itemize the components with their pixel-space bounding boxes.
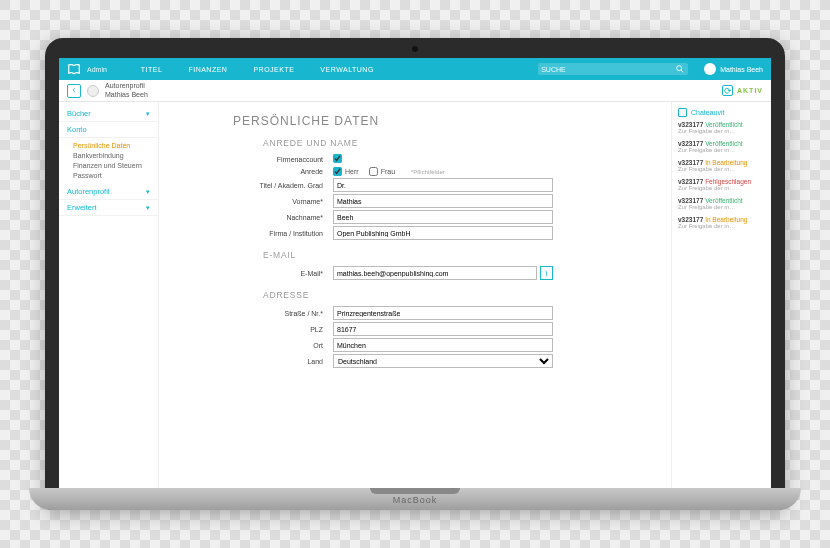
sidebar-section-konto[interactable]: Konto (59, 122, 158, 138)
nav-titel[interactable]: TITEL (141, 66, 163, 73)
checkbox-firmenaccount[interactable] (333, 154, 342, 163)
chevron-down-icon: ▾ (146, 204, 150, 212)
sidebar-item-passwort[interactable]: Passwort (73, 170, 158, 180)
label-ort: Ort (173, 342, 333, 349)
avatar (704, 63, 716, 75)
main-content: PERSÖNLICHE DATEN ANREDE UND NAME Firmen… (159, 102, 671, 488)
square-icon (678, 108, 687, 117)
breadcrumb: Autorenprofil Mathias Beeh (105, 82, 148, 99)
activity-title: Chateauvit (691, 109, 724, 116)
input-firma[interactable] (333, 226, 553, 240)
input-vorname[interactable] (333, 194, 553, 208)
section-adresse: ADRESSE (263, 290, 657, 300)
input-email[interactable] (333, 266, 537, 280)
sidebar-item-finanzen-steuern[interactable]: Finanzen und Steuern (73, 160, 158, 170)
sidebar-label-buecher: Bücher (67, 109, 91, 118)
back-button[interactable]: ‹ (67, 84, 81, 98)
brand-label: Admin (87, 66, 107, 73)
breadcrumb-line1: Autorenprofil (105, 82, 148, 90)
sidebar-section-buecher[interactable]: Bücher ▾ (59, 106, 158, 122)
user-name: Mathias Beeh (720, 66, 763, 73)
activity-item[interactable]: v323177 VeröffentlichtZur Freigabe der m… (678, 121, 765, 134)
activity-item[interactable]: v323177 VeröffentlichtZur Freigabe der m… (678, 140, 765, 153)
status-badge: AKTIV (737, 87, 763, 94)
sidebar-item-persoenliche-daten[interactable]: Persönliche Daten (73, 140, 158, 150)
chevron-down-icon: ▾ (146, 110, 150, 118)
section-email: E-MAIL (263, 250, 657, 260)
activity-header[interactable]: Chateauvit (678, 108, 765, 117)
book-icon (67, 62, 81, 76)
label-nachname: Nachname* (173, 214, 333, 221)
label-land: Land (173, 358, 333, 365)
sidebar-label-konto: Konto (67, 125, 87, 134)
checkbox-frau[interactable] (369, 167, 378, 176)
required-hint: *Pflichtfelder (411, 169, 445, 175)
section-anrede: ANREDE UND NAME (263, 138, 657, 148)
sidebar-item-bankverbindung[interactable]: Bankverbindung (73, 150, 158, 160)
nav-projekte[interactable]: PROJEKTE (253, 66, 294, 73)
sidebar-label-autorenprofil: Autorenprofil (67, 187, 110, 196)
laptop-base: MacBook (29, 488, 801, 510)
input-ort[interactable] (333, 338, 553, 352)
select-land[interactable]: Deutschland (333, 354, 553, 368)
screen: Admin TITEL FINANZEN PROJEKTE VERWALTUNG… (59, 58, 771, 488)
nav-items: TITEL FINANZEN PROJEKTE VERWALTUNG (141, 66, 374, 73)
activity-item[interactable]: v323177 VeröffentlichtZur Freigabe der m… (678, 197, 765, 210)
activity-item[interactable]: v323177 In BearbeitungZur Freigabe der m… (678, 216, 765, 229)
nav-verwaltung[interactable]: VERWALTUNG (320, 66, 374, 73)
laptop-frame: Admin TITEL FINANZEN PROJEKTE VERWALTUNG… (45, 38, 785, 510)
sidebar-items-konto: Persönliche Daten Bankverbindung Finanze… (59, 138, 158, 184)
checkbox-herr[interactable] (333, 167, 342, 176)
input-nachname[interactable] (333, 210, 553, 224)
label-email: E-Mail* (173, 270, 333, 277)
label-strasse: Straße / Nr.* (173, 310, 333, 317)
activity-item[interactable]: v323177 FehlgeschlagenZur Freigabe der m… (678, 178, 765, 191)
label-herr: Herr (345, 168, 359, 175)
breadcrumb-bar: ‹ Autorenprofil Mathias Beeh ⟳ AKTIV (59, 80, 771, 102)
chevron-down-icon: ▾ (146, 188, 150, 196)
label-anrede: Anrede (173, 168, 333, 175)
sidebar: Bücher ▾ Konto Persönliche Daten Bankver… (59, 102, 159, 488)
label-vorname: Vorname* (173, 198, 333, 205)
top-nav: Admin TITEL FINANZEN PROJEKTE VERWALTUNG… (59, 58, 771, 80)
label-firma: Firma / Institution (173, 230, 333, 237)
search-box[interactable] (538, 63, 688, 75)
nav-finanzen[interactable]: FINANZEN (188, 66, 227, 73)
activity-panel: Chateauvit v323177 VeröffentlichtZur Fre… (671, 102, 771, 488)
svg-line-1 (681, 70, 683, 72)
breadcrumb-line2: Mathias Beeh (105, 91, 148, 99)
sidebar-section-erweitert[interactable]: Erweitert ▾ (59, 200, 158, 216)
input-titel[interactable] (333, 178, 553, 192)
user-menu[interactable]: Mathias Beeh (704, 63, 763, 75)
input-plz[interactable] (333, 322, 553, 336)
label-frau: Frau (381, 168, 395, 175)
input-strasse[interactable] (333, 306, 553, 320)
search-input[interactable] (541, 66, 675, 73)
label-plz: PLZ (173, 326, 333, 333)
profile-avatar-icon (87, 85, 99, 97)
sidebar-label-erweitert: Erweitert (67, 203, 97, 212)
activity-item[interactable]: v323177 In BearbeitungZur Freigabe der m… (678, 159, 765, 172)
label-firmenaccount: Firmenaccount (173, 156, 333, 163)
label-titel: Titel / Akadem. Grad (173, 182, 333, 189)
camera-dot (412, 46, 418, 52)
sidebar-section-autorenprofil[interactable]: Autorenprofil ▾ (59, 184, 158, 200)
page-title: PERSÖNLICHE DATEN (233, 114, 657, 128)
svg-point-0 (677, 66, 682, 71)
info-button[interactable]: i (540, 266, 553, 280)
search-icon (675, 64, 685, 74)
status-icon[interactable]: ⟳ (722, 85, 733, 96)
